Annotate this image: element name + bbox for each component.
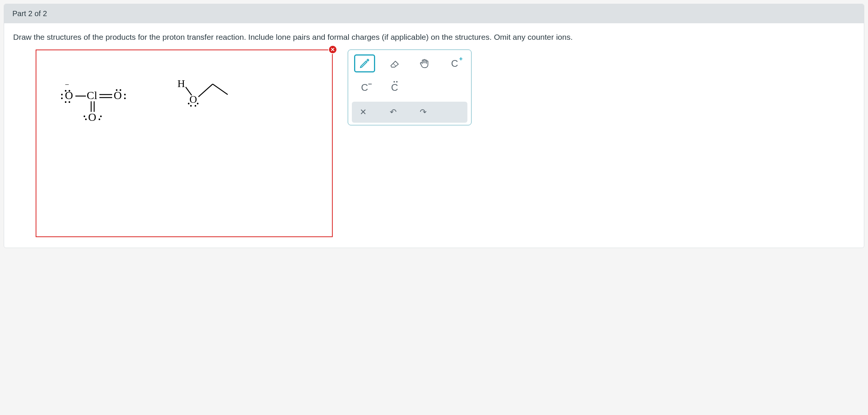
svg-point-1 <box>61 98 63 99</box>
svg-point-4 <box>65 101 66 103</box>
svg-point-5 <box>69 101 70 103</box>
svg-point-9 <box>116 89 117 91</box>
move-tool-button[interactable] <box>414 54 435 72</box>
svg-point-23 <box>197 103 198 104</box>
error-badge-icon: ✕ <box>328 45 337 54</box>
question-prompt: Draw the structures of the products for … <box>13 32 855 43</box>
drawing-canvas[interactable]: − O Cl O <box>36 50 333 237</box>
structure-ether[interactable]: H O <box>175 79 239 115</box>
hand-icon <box>419 58 430 69</box>
redo-icon: ↷ <box>420 107 426 117</box>
cl-atom: Cl <box>87 89 97 101</box>
part-label: Part 2 of 2 <box>12 9 47 18</box>
svg-line-25 <box>213 84 228 95</box>
chlorate-svg: − O Cl O <box>57 82 132 134</box>
svg-point-22 <box>195 105 196 107</box>
tool-row-1: C + <box>352 54 467 75</box>
redo-button[interactable]: ↷ <box>415 105 431 119</box>
add-negative-charge-button[interactable]: C − <box>354 78 375 96</box>
left-o-charge: − <box>65 82 69 89</box>
content-area: Draw the structures of the products for … <box>4 23 864 248</box>
tool-row-2: C − •• C <box>352 78 467 99</box>
canvas-wrap: − O Cl O <box>36 50 333 237</box>
part-header: Part 2 of 2 <box>4 4 864 23</box>
svg-line-26 <box>393 63 396 66</box>
work-area: − O Cl O <box>13 50 855 237</box>
h-atom: H <box>177 79 185 89</box>
toolbox: C + C − •• C <box>348 50 472 125</box>
draw-tool-button[interactable] <box>354 54 375 72</box>
add-positive-charge-button[interactable]: C + <box>444 54 465 72</box>
svg-point-11 <box>124 94 126 95</box>
svg-point-12 <box>124 98 126 99</box>
question-card: Part 2 of 2 Draw the structures of the p… <box>4 4 864 248</box>
svg-point-15 <box>85 119 87 120</box>
left-o-atom: O <box>65 89 73 101</box>
svg-point-17 <box>99 119 100 120</box>
erase-tool-button[interactable] <box>384 54 405 72</box>
close-icon: ✕ <box>360 107 366 117</box>
pencil-icon <box>359 58 370 69</box>
svg-point-0 <box>61 94 63 95</box>
svg-point-21 <box>190 105 192 107</box>
c-plus-label: C + <box>451 58 458 69</box>
ether-svg: H O <box>175 79 239 113</box>
add-lone-pair-button[interactable]: •• C <box>384 78 405 96</box>
svg-point-18 <box>100 116 102 117</box>
action-row: ✕ ↶ ↷ <box>352 102 467 123</box>
o-atom: O <box>189 93 197 105</box>
svg-point-10 <box>120 89 121 91</box>
svg-point-20 <box>188 103 189 104</box>
eraser-icon <box>389 58 401 69</box>
c-lonepair-label: •• C <box>391 82 398 93</box>
svg-point-16 <box>84 116 85 117</box>
structure-chlorate[interactable]: − O Cl O <box>57 82 132 137</box>
undo-button[interactable]: ↶ <box>385 105 401 119</box>
bottom-o-atom: O <box>88 111 96 123</box>
svg-line-24 <box>198 84 213 97</box>
c-minus-label: C − <box>361 82 368 93</box>
undo-icon: ↶ <box>390 107 396 117</box>
clear-button[interactable]: ✕ <box>355 105 371 119</box>
error-x: ✕ <box>330 47 335 53</box>
